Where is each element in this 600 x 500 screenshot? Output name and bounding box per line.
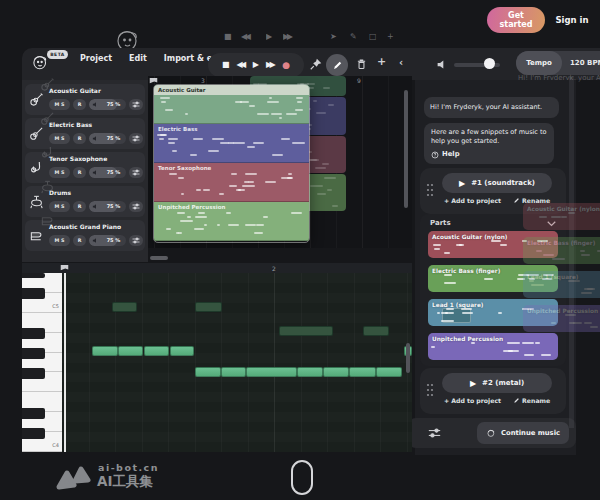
black-key[interactable] <box>22 348 45 359</box>
continue-music-button[interactable]: Continue music <box>477 422 569 444</box>
parts-header: Parts <box>430 219 451 227</box>
mute-solo-buttons[interactable]: M S <box>49 235 70 246</box>
track-options-button[interactable] <box>129 235 143 246</box>
mute-solo-buttons[interactable]: M S <box>49 133 70 144</box>
midi-note[interactable] <box>349 367 376 377</box>
volume-control[interactable]: 75 % <box>89 201 126 212</box>
help-link[interactable]: Help <box>431 150 547 159</box>
menu-edit[interactable]: Edit <box>129 54 147 63</box>
record-button[interactable]: ● <box>282 61 290 69</box>
midi-note[interactable] <box>246 367 297 377</box>
menu-project[interactable]: Project <box>80 54 112 63</box>
beta-badge: BETA <box>47 50 68 59</box>
midi-note[interactable] <box>144 346 169 356</box>
midi-note[interactable] <box>221 367 246 377</box>
black-key[interactable] <box>22 408 45 419</box>
volume-icon[interactable] <box>436 58 449 71</box>
note-dash <box>543 254 554 256</box>
add-to-project-button[interactable]: + Add to project <box>444 197 501 204</box>
record-arm-button[interactable]: R <box>73 133 86 144</box>
note-dash <box>431 346 435 348</box>
grid-line <box>221 273 222 452</box>
grid-line <box>168 273 169 452</box>
dragged-clip-group[interactable]: Acoustic GuitarElectric BassTenor Saxoph… <box>153 84 310 243</box>
black-key[interactable] <box>22 328 45 339</box>
volume-control[interactable]: 75 % <box>89 133 126 144</box>
note-dash <box>580 250 585 252</box>
note-dash <box>444 274 452 276</box>
pin-icon[interactable] <box>309 57 323 71</box>
snippet-1-play-pill[interactable]: ▶ #1 (soundtrack) <box>442 173 552 193</box>
midi-note[interactable] <box>92 346 118 356</box>
track-card-5[interactable]: Acoustic Grand PianoM SR75 % <box>25 220 145 251</box>
rename-button[interactable]: Rename <box>513 397 550 404</box>
volume-slider-knob[interactable] <box>484 58 495 69</box>
pencil-tool-button[interactable] <box>326 54 348 76</box>
get-started-button[interactable]: Get started <box>487 7 545 33</box>
mute-solo-buttons[interactable]: M S <box>49 167 70 178</box>
arrangement-clip[interactable]: Unpitched Percussion <box>154 202 309 241</box>
piano-roll-scrollbar[interactable] <box>406 343 410 373</box>
black-key[interactable] <box>22 288 45 299</box>
arrangement-clip[interactable]: Acoustic Guitar <box>154 85 309 124</box>
black-key[interactable] <box>22 368 45 379</box>
drag-handle-icon[interactable] <box>426 183 434 197</box>
note-dash <box>219 193 224 195</box>
add-track-button[interactable]: + <box>377 55 386 68</box>
collapse-icon[interactable]: ‹ <box>399 57 403 68</box>
midi-note[interactable] <box>112 302 137 312</box>
trash-icon[interactable] <box>355 57 368 71</box>
stop-button[interactable]: ■ <box>222 61 230 69</box>
midi-note[interactable] <box>195 302 222 312</box>
fast-forward-button[interactable]: ▶▶ <box>266 61 273 69</box>
black-key[interactable] <box>22 273 45 278</box>
note-grid[interactable] <box>62 273 412 452</box>
note-dash <box>256 224 264 226</box>
playhead-marker-icon[interactable] <box>60 264 69 272</box>
note-dash <box>159 138 164 140</box>
arrangement-area[interactable]: 3579Acoustic GuitarElectric BassTenor Sa… <box>148 76 412 248</box>
ghost-plus-icon: + <box>387 32 394 41</box>
track-options-button[interactable] <box>129 99 143 110</box>
arrangement-scrollbar[interactable] <box>404 90 408 208</box>
midi-note[interactable] <box>118 346 143 356</box>
snippet-2-play-pill[interactable]: ▶ #2 (metal) <box>442 373 552 393</box>
record-arm-button[interactable]: R <box>73 167 86 178</box>
tempo-control[interactable]: Tempo 120 BPM <box>516 51 600 75</box>
midi-note[interactable] <box>279 326 333 336</box>
drag-handle-icon[interactable] <box>426 383 434 397</box>
midi-note[interactable] <box>297 367 323 377</box>
volume-control[interactable]: 75 % <box>89 167 126 178</box>
volume-control[interactable]: 75 % <box>89 99 126 110</box>
sign-in-button[interactable]: Sign in <box>549 12 595 28</box>
track-options-button[interactable] <box>129 167 143 178</box>
note-dash <box>168 142 175 144</box>
record-arm-button[interactable]: R <box>73 201 86 212</box>
midi-note[interactable] <box>363 326 389 336</box>
horizontal-scrollbar[interactable] <box>150 256 168 260</box>
volume-control[interactable]: 75 % <box>89 235 126 246</box>
part-item-4[interactable]: Unpitched Percussion <box>428 333 558 360</box>
note-dash <box>196 189 201 191</box>
sliders-icon[interactable] <box>428 427 441 439</box>
arrangement-clip[interactable]: Electric Bass <box>154 124 309 163</box>
midi-note[interactable] <box>170 346 194 356</box>
play-button[interactable]: ▶ <box>253 61 259 69</box>
midi-note[interactable] <box>376 367 402 377</box>
black-key[interactable] <box>22 428 45 439</box>
track-options-button[interactable] <box>129 133 143 144</box>
record-arm-button[interactable]: R <box>73 235 86 246</box>
mute-solo-buttons[interactable]: M S <box>49 99 70 110</box>
note-dash <box>456 244 462 246</box>
add-to-project-button[interactable]: + Add to project <box>444 397 501 404</box>
piano-keys[interactable]: C5C4 <box>22 273 62 452</box>
rewind-button[interactable]: ◀◀ <box>236 61 243 69</box>
midi-note[interactable] <box>195 367 221 377</box>
note-dash <box>503 350 513 352</box>
arrangement-clip[interactable]: Tenor Saxophone <box>154 163 309 202</box>
track-options-button[interactable] <box>129 201 143 212</box>
record-arm-button[interactable]: R <box>73 99 86 110</box>
mute-solo-buttons[interactable]: M S <box>49 201 70 212</box>
piano-roll[interactable]: 2 C5C4 <box>22 263 412 452</box>
midi-note[interactable] <box>323 367 349 377</box>
